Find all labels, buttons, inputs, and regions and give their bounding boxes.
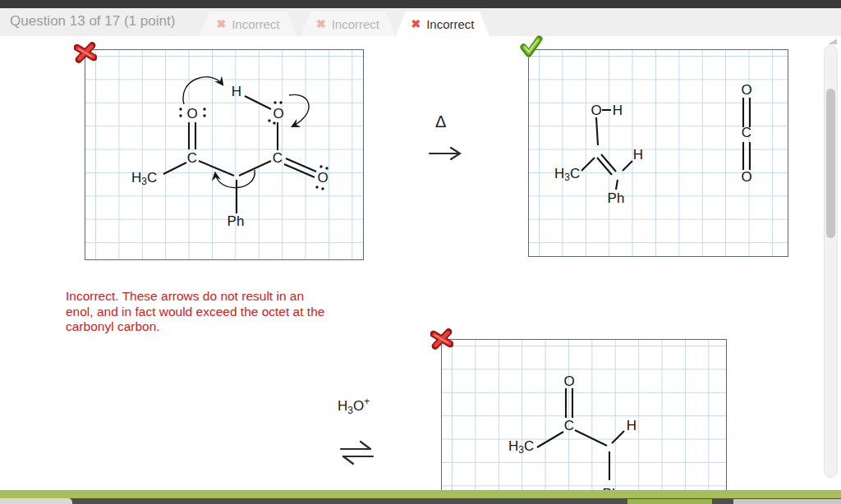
feedback-line: Incorrect. These arrows do not result in… [66,289,324,305]
incorrect-mark-icon [74,41,97,67]
ketone-structure-panel: O C H Ph H3C [441,339,727,497]
top-chrome-bar [0,0,841,8]
ketone-molecule-drawing: O C H Ph H3C [442,340,725,496]
scrollbar-thumb[interactable] [826,89,835,238]
methyl-label: H3C [554,166,580,183]
atom-label-C: C [564,418,574,433]
bottom-chrome-bar [0,498,841,504]
atom-label-O: O [563,373,574,389]
quiz-content: O C C O H O Ph H3C Δ [0,36,841,490]
question-label: Question 13 of 17 (1 point) [10,13,175,30]
scrollbar-track[interactable] [824,45,838,478]
tab-attempt-1[interactable]: ✖ Incorrect [200,11,296,36]
feedback-line: enol, and in fact would exceed the octet… [66,305,324,320]
bonds [581,98,750,190]
reactant-molecule-drawing: O C C O H O Ph H3C [85,50,362,259]
atom-label-H: H [633,147,643,163]
reactant-structure-panel: O C C O H O Ph H3C [85,49,364,260]
tab-label: Incorrect [426,17,474,31]
correct-mark-icon [519,35,543,61]
incorrect-x-icon: ✖ [316,17,326,30]
atom-label-H: H [613,103,623,118]
atom-label-H: H [232,84,241,99]
atom-label-H: H [627,418,636,433]
equilibrium-arrows-icon [335,435,378,473]
atom-label-O: O [317,170,328,186]
quiz-screen: Question 13 of 17 (1 point) ✖ Incorrect … [0,0,841,504]
incorrect-x-icon: ✖ [216,17,226,30]
atom-label-Ph: Ph [608,190,625,206]
scroll-corner-icon [828,39,837,44]
methyl-label: H3C [508,438,534,456]
atom-label-O: O [186,106,197,121]
product-structure-panel: O H H Ph H3C O C O [528,49,788,257]
feedback-line: carbonyl carbon. [66,319,324,335]
atom-label-O: O [591,103,601,118]
curved-arrow-under-C [215,170,255,188]
curved-arrow-O-to-H [183,77,223,104]
atom-label-O: O [273,106,283,121]
curved-arrow-around-O [289,94,309,126]
product-molecule-drawing: O H H Ph H3C O C O [529,50,787,255]
bottom-accent-bar [0,490,841,498]
bottom-bar-gray-piece [733,499,841,504]
tab-label: Incorrect [332,17,379,31]
delta-heat-symbol: Δ [435,112,446,131]
atom-labels: O H H Ph H3C O C O [554,82,752,206]
electron-pushing-arrows [183,77,309,188]
atom-label-C: C [742,125,751,140]
incorrect-mark-icon [430,328,453,354]
feedback-text: Incorrect. These arrows do not result in… [66,289,324,335]
atom-label-O: O [741,82,751,98]
atom-labels: O C C O H O Ph H3C [131,84,329,229]
tab-label: Incorrect [232,17,279,31]
bottom-bar-green-piece [627,499,712,504]
tab-attempt-2[interactable]: ✖ Incorrect [301,11,395,36]
hydronium-reagent-label: H3O+ [338,396,370,416]
reaction-arrow-icon [427,144,466,163]
atom-label-O: O [741,169,751,185]
incorrect-x-icon: ✖ [411,17,420,30]
tab-attempt-3[interactable]: ✖ Incorrect [396,11,489,36]
atom-label-Ph: Ph [227,213,245,229]
atom-label-C: C [187,150,197,166]
question-header: Question 13 of 17 (1 point) ✖ Incorrect … [0,8,841,36]
bottom-bar-left-piece [0,498,72,504]
atom-label-C: C [273,150,283,166]
methyl-label: H3C [131,170,157,187]
bonds [537,388,624,480]
